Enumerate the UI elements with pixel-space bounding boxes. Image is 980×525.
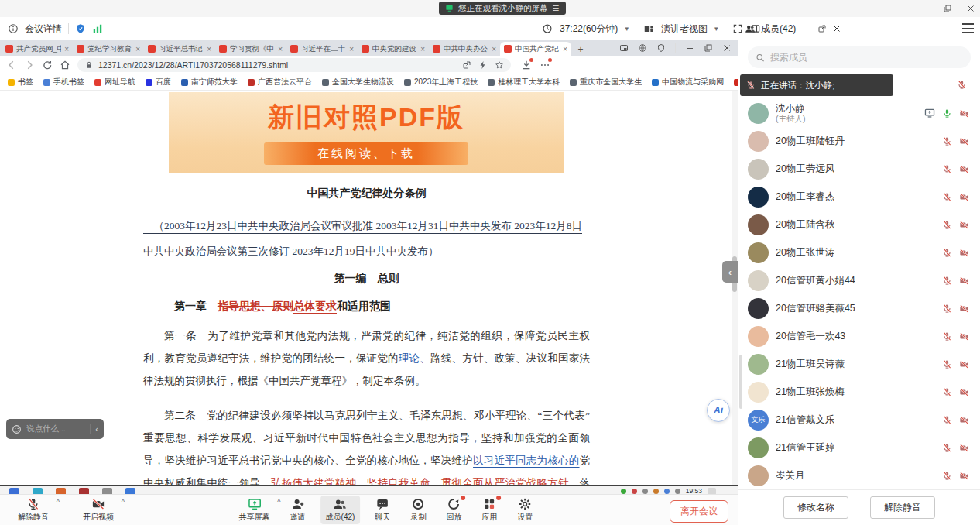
leave-meeting-button[interactable]: 离开会议 [670, 500, 728, 523]
member-row[interactable]: 21信管王延婷 [738, 434, 980, 462]
shield-check-icon[interactable] [75, 23, 86, 34]
member-search-input[interactable] [770, 52, 963, 63]
member-row[interactable]: 21物工班张焕梅 [738, 378, 980, 406]
meeting-details-button[interactable]: 会议详情 [25, 22, 62, 36]
toolbar-button[interactable]: 设置 [512, 496, 538, 524]
bookmark-item[interactable]: 书签 [8, 77, 33, 88]
timer-dropdown-icon[interactable]: ▾ [625, 25, 629, 33]
close-icon[interactable] [832, 24, 841, 33]
tray-icon[interactable] [653, 489, 659, 494]
restore-icon[interactable] [943, 4, 952, 13]
bookmark-item[interactable]: 广西普法云平台 [248, 77, 312, 88]
tray-icon[interactable] [632, 489, 637, 494]
tab-close-icon[interactable]: × [563, 45, 567, 53]
url-bar[interactable]: 12371.cn/2023/12/28/ARTI1703720568111279… [77, 58, 511, 72]
bookmark-item[interactable]: 南宁师范大学 [181, 77, 238, 88]
fullscreen-icon[interactable] [732, 23, 743, 34]
bookmark-item[interactable]: 桂林理工大学本科 [488, 77, 560, 88]
taskbar-app-icon[interactable] [79, 488, 89, 494]
taskbar-app-icon[interactable] [125, 488, 135, 494]
browser-minimize-icon[interactable] [685, 43, 694, 53]
browser-tab[interactable]: 中共中央办公厅 × [429, 42, 500, 56]
browser-tab[interactable]: 党纪学习教育 × [73, 42, 144, 56]
member-row[interactable]: 20物工班陆钰丹 [738, 127, 980, 155]
toolbar-button[interactable]: 录制 [405, 496, 431, 524]
tab-close-icon[interactable]: × [207, 45, 211, 53]
panel-footer-button[interactable]: 修改名称 [783, 496, 848, 519]
panel-footer-button[interactable]: 解除静音 [870, 496, 935, 519]
back-icon[interactable] [6, 60, 17, 70]
topbar-menu-icon[interactable] [962, 23, 974, 33]
lightning-icon[interactable] [478, 60, 488, 70]
tray-icon[interactable] [664, 489, 670, 494]
toolbar-button[interactable]: 回放 [440, 496, 467, 524]
refresh-icon[interactable] [42, 60, 53, 70]
bookmark-item[interactable]: 网址导航 [94, 77, 135, 88]
tray-icon[interactable] [621, 489, 626, 494]
tab-close-icon[interactable]: × [349, 45, 354, 53]
shield-icon[interactable] [656, 43, 666, 53]
popout-icon[interactable] [817, 24, 827, 33]
view-mode-button[interactable]: 演讲者视图 [661, 22, 708, 36]
toolbar-button[interactable]: 邀请 [285, 496, 311, 524]
member-row[interactable]: 20信管班骆美薇45 [738, 294, 980, 322]
browser-tab[interactable]: 中国共产党纪 × [500, 42, 571, 56]
bookmark-item[interactable]: 百度 [146, 77, 171, 88]
page-scrollbar[interactable] [732, 91, 738, 485]
member-row[interactable]: 20信管班黄小娟44 [738, 266, 980, 294]
panel-scrollbar-thumb[interactable] [739, 355, 742, 409]
tab-close-icon[interactable]: × [64, 45, 69, 53]
smiley-icon[interactable] [12, 424, 22, 434]
notification-center-icon[interactable] [708, 488, 716, 494]
toolbar-button[interactable]: 应用 [476, 496, 502, 524]
tab-close-icon[interactable]: × [492, 45, 496, 53]
tab-close-icon[interactable]: × [135, 45, 140, 53]
taskbar-app-icon[interactable] [33, 488, 43, 494]
member-search[interactable] [748, 46, 971, 68]
bookmark-item[interactable]: 手机书签 [43, 77, 84, 88]
watching-banner[interactable]: 您正在观看沈小静的屏幕 ☰ [439, 2, 566, 15]
member-row[interactable]: 20物工劳远凤 [738, 155, 980, 183]
ai-assistant-button[interactable]: Ai [707, 399, 730, 422]
bookmark-item[interactable]: 2023年上海工程技 [404, 77, 478, 88]
forward-icon[interactable] [24, 60, 35, 70]
signal-icon[interactable] [92, 23, 103, 34]
workspace-icon[interactable] [638, 43, 647, 53]
toolbar-button[interactable]: 解除静音 ^ [12, 496, 54, 524]
toolbar-button[interactable]: 成员(42) [320, 496, 361, 524]
bookmark-item[interactable]: 重庆市全国大学生 [570, 77, 642, 88]
more-icon[interactable] [540, 60, 550, 70]
bookmark-item[interactable]: 中国物流与采购网 [652, 77, 724, 88]
caret-up-icon[interactable]: ^ [122, 498, 125, 506]
download-icon[interactable] [521, 60, 532, 70]
member-row[interactable]: 20物工张世涛 [738, 238, 980, 266]
taskbar-app-icon[interactable] [102, 488, 112, 494]
close-icon[interactable] [966, 4, 975, 13]
banner-menu-icon[interactable]: ☰ [553, 4, 560, 12]
member-row[interactable]: 20信管毛一欢43 [738, 322, 980, 350]
bookmark-item[interactable]: 全国大学生物流设 [322, 77, 394, 88]
member-row[interactable]: 岑关月 [738, 462, 980, 489]
member-row[interactable]: 21物工班吴诗薇 [738, 350, 980, 378]
panel-collapse-handle[interactable]: ‹ [722, 261, 738, 283]
taskbar-app-icon[interactable] [9, 488, 19, 494]
browser-tab[interactable]: 习近平总书记 × [144, 42, 215, 56]
taskbar-app-icon[interactable] [56, 488, 66, 494]
view-dropdown-icon[interactable]: ▾ [714, 25, 718, 33]
tab-close-icon[interactable]: × [420, 45, 425, 53]
pdf-banner[interactable]: 新旧对照PDF版 在线阅读、下载 [169, 92, 564, 173]
member-row[interactable]: 文乐 21信管戴文乐 [738, 406, 980, 434]
chat-collapse-icon[interactable]: ‹ [90, 424, 98, 434]
browser-tab[interactable]: 共产党员网_中 × [2, 42, 73, 56]
toolbar-button[interactable]: 开启视频 ^ [77, 496, 119, 524]
browser-tab[interactable]: 中央党的建设 × [358, 42, 429, 56]
chat-placeholder[interactable]: 说点什么... [26, 424, 85, 434]
tab-close-icon[interactable]: × [278, 45, 283, 53]
caret-up-icon[interactable]: ^ [57, 498, 60, 506]
new-tab-button[interactable]: + [574, 43, 587, 56]
share-icon[interactable] [462, 60, 471, 70]
toolbar-button[interactable]: 共享屏幕 ^ [234, 496, 276, 524]
browser-tab[interactable]: 习近平在二十 × [286, 42, 358, 56]
meeting-timer[interactable]: 37:22(60分钟) [560, 22, 618, 36]
caret-up-icon[interactable]: ^ [277, 498, 280, 506]
